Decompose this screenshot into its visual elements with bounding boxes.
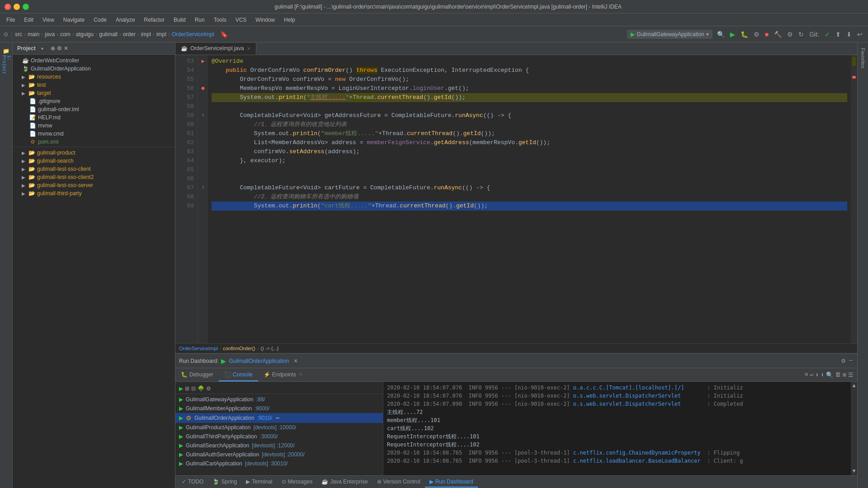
- tree-item-mvnw[interactable]: 📄 mvnw: [13, 122, 175, 130]
- toolbar-vcs-update-icon[interactable]: ↻: [797, 29, 806, 40]
- tree-item-mvnw-cmd[interactable]: 📄 mvnw.cmd: [13, 130, 175, 138]
- tree-item-search[interactable]: ▶ 📂 gulimall-search: [13, 157, 175, 165]
- maximize-button[interactable]: □: [23, 4, 29, 10]
- menu-edit[interactable]: Edit: [20, 15, 37, 25]
- run-tab-endpoints[interactable]: ⚡ Endpoints ✕: [258, 369, 308, 381]
- menu-analyze[interactable]: Analyze: [112, 15, 139, 25]
- menu-help[interactable]: Help: [280, 15, 299, 25]
- git-check-icon[interactable]: ✓: [823, 29, 832, 40]
- console-icon-up[interactable]: ⬆: [821, 371, 824, 379]
- run-tab-console[interactable]: ⬛ Console: [219, 369, 258, 381]
- bc-active-file[interactable]: OrderServiceImpl: [172, 31, 214, 38]
- bc-main[interactable]: main: [28, 31, 39, 38]
- bc-class[interactable]: OrderServiceImpl: [179, 346, 218, 351]
- bc-com[interactable]: com: [60, 31, 71, 38]
- bc-java[interactable]: java: [45, 31, 55, 38]
- bc-method[interactable]: confirmOrder(): [223, 346, 255, 351]
- run-dashboard-close-icon[interactable]: ✕: [293, 358, 298, 364]
- menu-refactor[interactable]: Refactor: [141, 15, 168, 25]
- git-pull-icon[interactable]: ⬇: [844, 29, 854, 40]
- gutter-arrow-67[interactable]: ↑: [198, 183, 208, 192]
- run-config-selector[interactable]: ▶ GulimallGatewayApplication ▾: [627, 30, 712, 39]
- toolbar-search-icon[interactable]: 🔍: [715, 29, 726, 40]
- menu-tools[interactable]: Tools: [210, 15, 230, 25]
- run-tab-debugger[interactable]: 🐛 Debugger: [175, 369, 219, 381]
- console-icon-down[interactable]: ⬇: [816, 371, 819, 379]
- service-item-order[interactable]: ▶ ⚙ GulimallOrderApplication :9010/ ✏: [175, 413, 383, 423]
- toolbar-stop-icon[interactable]: ■: [763, 29, 770, 40]
- menu-navigate[interactable]: Navigate: [60, 15, 88, 25]
- bc-src[interactable]: src: [15, 31, 22, 38]
- panel-icon-settings[interactable]: ⚙: [57, 45, 62, 52]
- bottom-tab-messages[interactable]: ⊙ Messages: [277, 477, 317, 488]
- menu-view[interactable]: View: [39, 15, 58, 25]
- service-item-member[interactable]: ▶ GulimallMemberApplication :8000/: [175, 404, 383, 413]
- side-project-icon[interactable]: 📁: [1, 46, 11, 56]
- bc-gulimall[interactable]: gulimall: [99, 31, 118, 38]
- panel-icon-close[interactable]: ✕: [64, 45, 68, 52]
- tree-item-target[interactable]: ▶ 📂 target: [13, 89, 175, 97]
- close-button[interactable]: ×: [5, 4, 11, 10]
- gutter-run-icon-53[interactable]: ▶: [198, 57, 208, 66]
- bottom-tab-run-dashboard[interactable]: ▶ Run Dashboard: [425, 477, 478, 488]
- dash-settings-icon[interactable]: ⚙: [840, 356, 846, 366]
- console-icon-filter[interactable]: 🔍: [826, 371, 833, 379]
- minimize-button[interactable]: −: [14, 4, 20, 10]
- tree-item-resources[interactable]: ▶ 📂 resources: [13, 73, 175, 81]
- bc-atguigu[interactable]: atguigu: [76, 31, 94, 38]
- service-item-search[interactable]: ▶ GulimallSearchApplication [devtools] :…: [175, 441, 383, 450]
- tree-item-pom[interactable]: ⚙ pom.xml: [13, 138, 175, 146]
- svc-tree-icon[interactable]: 🌳: [198, 385, 204, 392]
- console-icon-grid[interactable]: ⊞: [843, 371, 846, 379]
- service-item-cart[interactable]: ▶ GulimallCartApplication [devtools] :30…: [175, 459, 383, 468]
- tree-item-gitignore[interactable]: 📄 .gitignore: [13, 97, 175, 105]
- scroll-down-icon[interactable]: ▼: [852, 468, 855, 474]
- menu-code[interactable]: Code: [90, 15, 110, 25]
- service-item-auth[interactable]: ▶ GulimallAuthServerApplication [devtool…: [175, 450, 383, 459]
- project-dropdown-icon[interactable]: ▾: [41, 46, 43, 51]
- tree-item-help[interactable]: 📝 HELP.md: [13, 113, 175, 122]
- bc-impl[interactable]: impl: [156, 31, 166, 38]
- menu-file[interactable]: File: [3, 15, 19, 25]
- endpoints-close-icon[interactable]: ✕: [299, 372, 302, 377]
- toolbar-bookmark-icon[interactable]: 🔖: [220, 31, 228, 38]
- menu-vcs[interactable]: VCS: [232, 15, 250, 25]
- bottom-tab-enterprise[interactable]: ☕ Java Enterprise: [317, 477, 372, 488]
- toolbar-settings-icon[interactable]: ⚙: [785, 29, 795, 40]
- bottom-tab-terminal[interactable]: ▶ Terminal: [241, 477, 277, 488]
- favorites-label[interactable]: Favorites: [860, 46, 866, 70]
- tree-item-order-app[interactable]: 🍃 GulimallOrderApplication: [13, 65, 175, 73]
- bc-order[interactable]: order: [123, 31, 136, 38]
- menu-run[interactable]: Run: [191, 15, 208, 25]
- tree-item-test-sso2[interactable]: ▶ 📂 gulimall-test-sso-client2: [13, 173, 175, 181]
- tree-item-third-party[interactable]: ▶ 📂 gulimall-third-party: [13, 189, 175, 197]
- gutter-arrow-59[interactable]: ↑: [198, 111, 208, 120]
- tree-item-controller[interactable]: ☕ OrderWebController: [13, 56, 175, 65]
- toolbar-coverage-icon[interactable]: ⚙: [752, 29, 761, 40]
- side-icon-1[interactable]: 1: Project: [1, 60, 11, 70]
- console-scrollbar[interactable]: ▲ ▼: [851, 382, 857, 475]
- svc-run-icon[interactable]: ▶: [179, 385, 183, 392]
- service-item-gateway[interactable]: ▶ GulimallGatewayApplication :88/: [175, 395, 383, 404]
- tree-item-test[interactable]: ▶ 📂 test: [13, 81, 175, 89]
- tree-item-product[interactable]: ▶ 📂 gulimall-product: [13, 149, 175, 157]
- svc-edit-icon[interactable]: ✏: [276, 415, 280, 421]
- tree-item-test-sso[interactable]: ▶ 📂 gulimall-test-sso-client: [13, 165, 175, 173]
- tree-item-test-server[interactable]: ▶ 📂 gulimall-test-sso-server: [13, 181, 175, 189]
- console-icon-clear[interactable]: 🗑: [835, 371, 841, 378]
- toolbar-icon-sync[interactable]: ⊙: [4, 31, 8, 38]
- run-config-dropdown-icon[interactable]: ▾: [706, 31, 709, 38]
- git-revert-icon[interactable]: ↩: [855, 29, 864, 40]
- menu-build[interactable]: Build: [170, 15, 189, 25]
- dash-minimize-icon[interactable]: −: [848, 356, 854, 366]
- tree-item-iml[interactable]: 📄 gulimall-order.iml: [13, 105, 175, 113]
- service-item-thirdparty[interactable]: ▶ GulimallThirdPartyApplication :30000/: [175, 432, 383, 441]
- service-item-product[interactable]: ▶ GulimallProductApplication [devtools] …: [175, 423, 383, 432]
- bottom-tab-vcs[interactable]: ⊛ Version Control: [373, 477, 425, 488]
- console-icon-list[interactable]: ☰: [848, 371, 854, 379]
- toolbar-debug-icon[interactable]: 🐛: [739, 29, 750, 40]
- gutter-error-56[interactable]: ●: [198, 84, 208, 93]
- console-icon-wrap[interactable]: ↩: [810, 371, 814, 379]
- bottom-tab-todo[interactable]: ✓ TODO: [177, 477, 208, 488]
- right-scrollbar[interactable]: [851, 55, 857, 343]
